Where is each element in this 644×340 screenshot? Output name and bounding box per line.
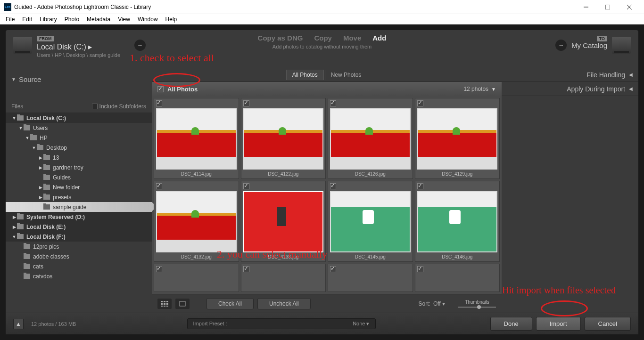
photo-filename: DSC_4132.jpg [156, 252, 237, 259]
svg-rect-11 [164, 306, 165, 307]
photo-checkbox[interactable] [417, 183, 423, 189]
photo-checkbox[interactable] [417, 266, 423, 272]
folder-new-folder[interactable]: ▶New folder [6, 182, 152, 192]
folder-cats[interactable]: cats [6, 261, 152, 271]
minimize-button[interactable] [575, 0, 597, 14]
photo-checkbox[interactable] [156, 183, 162, 189]
sort-label: Sort: [419, 300, 430, 307]
photo-filename: DSC_4122.jpg [243, 170, 324, 177]
title-bar: Lrc Guided - Adobe Photoshop Lightroom C… [0, 0, 644, 14]
folder-hp[interactable]: ▼HP [6, 133, 152, 143]
disk-local-disk-e-[interactable]: ▶Local Disk (E:) [6, 222, 152, 232]
photo-tabs: All PhotosNew Photos [152, 68, 502, 82]
photo-checkbox[interactable] [243, 183, 249, 189]
uncheck-all-button[interactable]: Uncheck All [257, 298, 311, 309]
grid-view-button[interactable] [157, 299, 172, 309]
photo-cell[interactable]: DSC_4138.jpg [241, 181, 326, 262]
folder-13[interactable]: ▶13 [6, 153, 152, 162]
photo-cell[interactable]: DSC_4145.jpg [328, 181, 413, 262]
menu-photo[interactable]: Photo [61, 15, 83, 24]
loupe-view-button[interactable] [175, 299, 190, 309]
disk-local-disk-f-[interactable]: ▼Local Disk (F:) [6, 232, 152, 242]
folder-users[interactable]: ▼Users [6, 123, 152, 133]
import-actions: Copy as DNGCopyMoveAdd [204, 34, 440, 42]
svg-rect-5 [164, 301, 165, 302]
select-all-checkbox[interactable] [157, 86, 164, 92]
folder-catvdos[interactable]: catvdos [6, 271, 152, 281]
menu-file[interactable]: File [2, 15, 18, 24]
to-badge: TO [597, 36, 607, 41]
folder-sample-guide[interactable]: sample guide [6, 202, 152, 212]
expand-button[interactable]: ▲ [13, 319, 24, 329]
include-subfolders-checkbox[interactable]: Include Subfolders [92, 103, 146, 110]
check-all-button[interactable]: Check All [206, 298, 254, 309]
menu-library[interactable]: Library [36, 15, 61, 24]
photo-checkbox[interactable] [243, 100, 249, 106]
disk-local-disk-c-[interactable]: ▼Local Disk (C:) [6, 113, 152, 123]
menu-view[interactable]: View [114, 15, 134, 24]
import-stats: 12 photos / 163 MB [31, 321, 76, 327]
apply-during-import-panel[interactable]: Apply During Import◀ [502, 82, 638, 96]
svg-rect-10 [161, 306, 163, 307]
photo-cell[interactable]: DSC_4129.jpg [415, 98, 500, 179]
thumbnail-size-slider[interactable] [458, 307, 496, 308]
grid-header: All Photos 12 photos ▼ [152, 82, 502, 96]
action-copy[interactable]: Copy [314, 34, 332, 42]
source-panel-header[interactable]: ▼Source [6, 73, 152, 86]
window-title: Guided - Adobe Photoshop Lightroom Class… [14, 4, 575, 10]
photo-filename: DSC_4129.jpg [417, 170, 498, 177]
photo-checkbox[interactable] [330, 100, 336, 106]
folder-presets[interactable]: ▶presets [6, 192, 152, 202]
file-handling-panel[interactable]: File Handling◀ [502, 68, 638, 82]
source-disk-icon [13, 37, 32, 54]
photo-cell[interactable] [154, 264, 239, 292]
nav-arrow-left[interactable]: → [134, 40, 146, 51]
photo-checkbox[interactable] [330, 266, 336, 272]
action-description: Add photos to catalog without moving the… [204, 44, 440, 49]
action-move[interactable]: Move [343, 34, 361, 42]
done-button[interactable]: Done [490, 317, 532, 331]
folder-adobe-classes[interactable]: adobe classes [6, 251, 152, 261]
source-disk-select[interactable]: Local Disk (C:) ▸ [37, 42, 120, 51]
menu-edit[interactable]: Edit [18, 15, 36, 24]
photo-checkbox[interactable] [330, 183, 336, 189]
folder-gardner-troy[interactable]: ▶gardner troy [6, 162, 152, 172]
import-button[interactable]: Import [536, 317, 581, 331]
nav-arrow-right[interactable]: → [555, 40, 567, 51]
photo-cell[interactable]: DSC_4126.jpg [328, 98, 413, 179]
photo-cell[interactable]: DSC_4132.jpg [154, 181, 239, 262]
svg-rect-7 [161, 303, 163, 305]
folder-guides[interactable]: Guides [6, 172, 152, 182]
photo-grid: DSC_4114.jpgDSC_4122.jpgDSC_4126.jpgDSC_… [152, 96, 502, 294]
disk-system-reserved-d-[interactable]: ▶System Reserved (D:) [6, 212, 152, 222]
photo-cell[interactable]: DSC_4146.jpg [415, 181, 500, 262]
folder-desktop[interactable]: ▼Desktop [6, 143, 152, 153]
photo-filename: DSC_4114.jpg [156, 170, 237, 177]
menu-window[interactable]: Window [134, 15, 162, 24]
grid-menu-icon[interactable]: ▼ [491, 87, 496, 92]
sort-value[interactable]: Off ▾ [433, 300, 445, 307]
menu-metadata[interactable]: Metadata [83, 15, 114, 24]
photo-cell[interactable]: DSC_4122.jpg [241, 98, 326, 179]
import-preset-select[interactable]: Import Preset : None ▾ [187, 318, 376, 329]
photo-count: 12 photos [463, 86, 488, 92]
action-add[interactable]: Add [372, 34, 386, 42]
photo-checkbox[interactable] [156, 266, 162, 272]
photo-cell[interactable]: DSC_4114.jpg [154, 98, 239, 179]
menu-help[interactable]: Help [162, 15, 181, 24]
folder-12pro-pics[interactable]: 12pro pics [6, 242, 152, 251]
maximize-button[interactable] [597, 0, 619, 14]
photo-filename: DSC_4138.jpg [243, 252, 324, 259]
tab-new-photos[interactable]: New Photos [325, 70, 368, 80]
action-copyasdng[interactable]: Copy as DNG [258, 34, 303, 42]
photo-cell[interactable] [241, 264, 326, 292]
photo-cell[interactable] [328, 264, 413, 292]
photo-cell[interactable] [415, 264, 500, 292]
thumbnails-label: Thumbnails [465, 300, 489, 305]
tab-all-photos[interactable]: All Photos [286, 70, 324, 80]
close-button[interactable] [619, 0, 640, 14]
cancel-button[interactable]: Cancel [585, 317, 631, 331]
photo-checkbox[interactable] [243, 266, 249, 272]
photo-checkbox[interactable] [156, 100, 162, 106]
photo-checkbox[interactable] [417, 100, 423, 106]
